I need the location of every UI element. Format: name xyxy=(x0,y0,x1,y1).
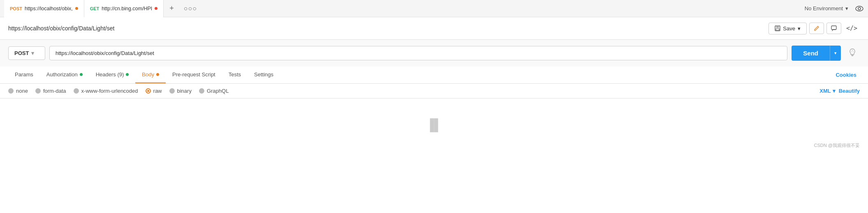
tab-params-label: Params xyxy=(15,71,33,78)
tab-headers[interactable]: Headers (9) xyxy=(89,66,136,83)
cookies-button[interactable]: Cookies xyxy=(832,70,860,80)
watermark: CSDN @我观得很不妥 xyxy=(814,142,860,149)
beautify-button[interactable]: Beautify xyxy=(839,88,860,94)
url-display: https://localhost/obix/config/Data/Light… xyxy=(8,25,764,32)
request-tabs-row: Params Authorization Headers (9) Body Pr… xyxy=(0,66,868,84)
save-chevron: ▾ xyxy=(798,25,801,32)
body-opt-binary[interactable]: binary xyxy=(169,88,192,94)
chart-icon: ▐▌ xyxy=(426,119,442,132)
body-opts-right: XML ▾ Beautify xyxy=(819,88,860,94)
body-options-row: none form-data x-www-form-urlencoded raw… xyxy=(0,84,868,98)
method-chevron: ▾ xyxy=(31,50,34,56)
body-opt-raw-radio xyxy=(146,88,151,94)
body-opt-none-label: none xyxy=(16,88,28,94)
lightbulb-icon[interactable] xyxy=(845,45,860,62)
body-opt-graphql-radio xyxy=(199,88,204,94)
body-opt-urlencoded-label: x-www-form-urlencoded xyxy=(81,88,138,94)
tab-post[interactable]: POST https://localhost/obix, xyxy=(4,0,84,17)
url-bar-row: https://localhost/obix/config/Data/Light… xyxy=(0,17,868,40)
send-dropdown-button[interactable]: ▾ xyxy=(830,46,841,61)
environment-chevron: ▾ xyxy=(845,5,848,11)
request-builder-row: POST ▾ Send ▾ xyxy=(0,40,868,66)
tab-authorization-label: Authorization xyxy=(46,71,78,78)
body-opt-binary-label: binary xyxy=(177,88,192,94)
tab-bar-right: No Environment ▾ xyxy=(801,4,864,13)
body-opt-form-data-label: form-data xyxy=(43,88,66,94)
tab-tests-label: Tests xyxy=(229,71,241,78)
send-wrapper: Send ▾ xyxy=(792,46,841,61)
svg-rect-3 xyxy=(776,26,779,28)
tab-authorization-dot xyxy=(80,73,83,76)
svg-rect-5 xyxy=(831,26,836,30)
body-opt-graphql[interactable]: GraphQL xyxy=(199,88,229,94)
content-area: ▐▌ CSDN @我观得很不妥 xyxy=(0,98,868,152)
comment-icon-button[interactable] xyxy=(826,23,841,34)
send-button[interactable]: Send xyxy=(792,46,830,61)
body-opt-raw-label: raw xyxy=(153,88,162,94)
tab-get-dot xyxy=(155,7,157,10)
tabs-row-right: Cookies xyxy=(832,70,860,80)
body-opt-none-radio xyxy=(8,88,14,94)
method-label: POST xyxy=(14,50,29,56)
tab-body-label: Body xyxy=(142,71,154,78)
url-input[interactable] xyxy=(49,46,787,60)
new-tab-button[interactable]: + xyxy=(164,0,180,17)
tab-tests[interactable]: Tests xyxy=(222,66,248,83)
tab-get[interactable]: GET http://cn.bing.com/HPI xyxy=(84,0,164,17)
xml-chevron: ▾ xyxy=(833,88,836,94)
environment-label: No Environment xyxy=(805,5,843,11)
tab-settings[interactable]: Settings xyxy=(248,66,280,83)
eye-icon[interactable] xyxy=(855,4,864,13)
tab-params[interactable]: Params xyxy=(8,66,40,83)
tab-settings-label: Settings xyxy=(254,71,273,78)
edit-icon-button[interactable] xyxy=(809,23,824,34)
tab-authorization[interactable]: Authorization xyxy=(40,66,89,83)
code-icon-button[interactable]: </> xyxy=(844,22,860,34)
body-opt-form-data[interactable]: form-data xyxy=(35,88,66,94)
tab-bar: POST https://localhost/obix, GET http://… xyxy=(0,0,868,17)
body-opt-form-data-radio xyxy=(35,88,41,94)
tab-get-url: http://cn.bing.com/HPI xyxy=(102,6,152,11)
save-label: Save xyxy=(783,25,795,32)
tab-post-dot xyxy=(75,7,78,10)
tab-body[interactable]: Body xyxy=(135,66,166,83)
body-opt-graphql-label: GraphQL xyxy=(207,88,229,94)
tab-headers-label: Headers (9) xyxy=(96,71,124,78)
tab-pre-request-script[interactable]: Pre-request Script xyxy=(166,66,222,83)
more-tabs-button[interactable]: ○○○ xyxy=(180,0,201,17)
tab-post-url: https://localhost/obix, xyxy=(25,6,73,11)
method-select[interactable]: POST ▾ xyxy=(8,46,45,60)
xml-select[interactable]: XML ▾ xyxy=(819,88,835,94)
tab-body-dot xyxy=(156,73,159,76)
svg-point-0 xyxy=(856,6,863,11)
body-opt-raw[interactable]: raw xyxy=(146,88,162,94)
save-button[interactable]: Save ▾ xyxy=(768,23,807,34)
tab-get-method: GET xyxy=(90,6,100,11)
tab-pre-request-label: Pre-request Script xyxy=(172,71,215,78)
svg-rect-4 xyxy=(776,29,779,30)
body-opt-urlencoded[interactable]: x-www-form-urlencoded xyxy=(74,88,138,94)
body-opt-urlencoded-radio xyxy=(74,88,79,94)
svg-point-1 xyxy=(858,7,861,10)
body-opt-binary-radio xyxy=(169,88,175,94)
tab-post-method: POST xyxy=(10,6,22,11)
tab-headers-dot xyxy=(126,73,129,76)
xml-label: XML xyxy=(819,88,831,94)
body-opt-none[interactable]: none xyxy=(8,88,28,94)
url-bar-actions: Save ▾ </> xyxy=(768,22,860,34)
environment-selector[interactable]: No Environment ▾ xyxy=(801,4,852,13)
